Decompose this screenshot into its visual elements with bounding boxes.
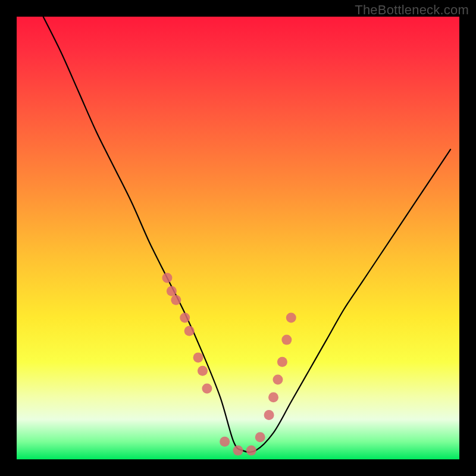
marker-dot <box>268 392 278 402</box>
marker-dot <box>277 357 287 367</box>
watermark-text: TheBottleneck.com <box>355 2 469 18</box>
bottleneck-curve <box>43 17 450 452</box>
marker-dot <box>202 383 212 393</box>
marker-dot <box>193 352 203 362</box>
marker-dot <box>264 410 274 420</box>
plot-area <box>17 17 459 459</box>
marker-dot <box>167 286 177 296</box>
marker-dot <box>171 295 181 305</box>
marker-dot <box>162 273 172 283</box>
marker-dot <box>246 446 256 456</box>
marker-dot <box>180 312 190 322</box>
marker-dot <box>286 312 296 322</box>
marker-dot <box>281 335 292 345</box>
marker-dot <box>233 446 243 456</box>
marker-dot <box>255 432 265 442</box>
marker-dot <box>220 437 230 447</box>
chart-frame: TheBottleneck.com <box>0 0 476 476</box>
marker-dot <box>184 326 195 336</box>
curve-svg <box>17 17 459 459</box>
marker-dot <box>198 366 208 376</box>
marker-dot <box>273 375 283 385</box>
